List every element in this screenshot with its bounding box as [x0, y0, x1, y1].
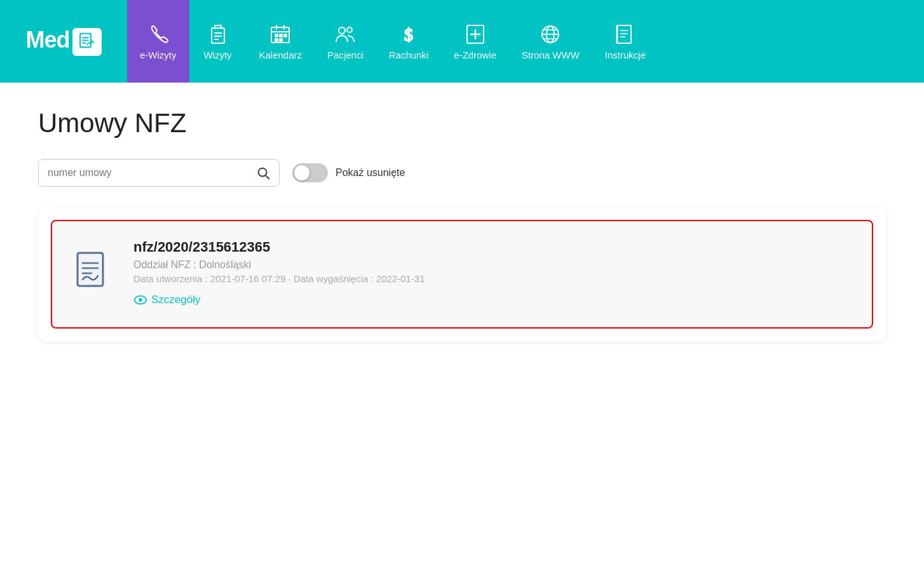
- globe-icon: [539, 23, 562, 46]
- svg-point-21: [347, 27, 352, 32]
- book-icon: [614, 23, 637, 46]
- medical-plus-icon: [464, 23, 487, 46]
- nav-item-instrukcje-label: Instrukcje: [605, 50, 646, 60]
- nav-item-rachunki[interactable]: $ Rachunki: [376, 0, 442, 83]
- svg-text:$: $: [404, 25, 413, 44]
- nav-item-wizyty[interactable]: Wizyty: [189, 0, 247, 83]
- svg-rect-18: [275, 39, 278, 41]
- toggle-row: Pokaż usunięte: [292, 163, 405, 182]
- nav-item-pacjenci[interactable]: Pacjenci: [315, 0, 376, 83]
- nfz-contract-number: nfz/2020/2315612365: [133, 239, 852, 255]
- search-wrapper: [38, 159, 280, 187]
- show-deleted-label: Pokaż usunięte: [336, 167, 405, 179]
- card-container: nfz/2020/2315612365 Oddział NFZ : Dolnoś…: [38, 207, 886, 341]
- nav-item-strona-www[interactable]: Strona WWW: [509, 0, 592, 83]
- nfz-record-info: nfz/2020/2315612365 Oddział NFZ : Dolnoś…: [133, 239, 852, 309]
- svg-rect-17: [284, 34, 287, 37]
- search-icon: [256, 166, 270, 180]
- nav-item-kalendarz[interactable]: Kalendarz: [247, 0, 315, 83]
- users-icon: [334, 23, 357, 46]
- search-input[interactable]: [48, 167, 256, 179]
- svg-line-37: [266, 175, 269, 179]
- nfz-dates: Data utworzenia : 2021-07-16 07:29 · Dat…: [133, 273, 852, 284]
- eye-icon: [133, 293, 147, 307]
- svg-rect-31: [617, 25, 631, 43]
- svg-point-43: [139, 298, 142, 302]
- nav-item-strona-www-label: Strona WWW: [522, 50, 580, 60]
- clipboard-icon: [207, 23, 229, 46]
- svg-point-20: [339, 27, 345, 34]
- nfz-details-link[interactable]: Szczegóły: [133, 293, 200, 307]
- nav-item-wizyty-label: Wizyty: [203, 50, 231, 60]
- logo-med-text: Med: [26, 27, 70, 53]
- main-content: Umowy NFZ Pokaż usunięte: [0, 83, 924, 563]
- nav-item-e-wizyty[interactable]: e-Wizyty: [127, 0, 189, 83]
- nav-item-e-wizyty-label: e-Wizyty: [140, 50, 177, 60]
- nfz-record-icon: [72, 250, 113, 299]
- phone-icon: [147, 23, 170, 46]
- nfz-record[interactable]: nfz/2020/2315612365 Oddział NFZ : Dolnoś…: [51, 220, 873, 329]
- toggle-thumb: [294, 165, 309, 180]
- nav-item-rachunki-label: Rachunki: [389, 50, 429, 60]
- contract-file-icon: [72, 250, 113, 296]
- nav-item-instrukcje[interactable]: Instrukcje: [592, 0, 658, 83]
- nfz-branch: Oddział NFZ : Dolnośląski: [133, 259, 852, 271]
- calendar-icon: [269, 23, 292, 46]
- navbar: Med e-Wizyty: [0, 0, 924, 83]
- logo-file-icon: [72, 28, 102, 56]
- show-deleted-toggle[interactable]: [292, 163, 328, 182]
- page-title: Umowy NFZ: [38, 108, 886, 139]
- nav-item-kalendarz-label: Kalendarz: [259, 50, 302, 60]
- logo: Med: [0, 0, 127, 83]
- nav-item-e-zdrowie-label: e-Zdrowie: [454, 50, 496, 60]
- nav-item-e-zdrowie[interactable]: e-Zdrowie: [441, 0, 509, 83]
- svg-rect-16: [280, 34, 282, 37]
- svg-rect-38: [78, 253, 103, 286]
- search-bar-row: Pokaż usunięte: [38, 159, 886, 187]
- nav-items: e-Wizyty Wizyty: [127, 0, 924, 83]
- svg-rect-19: [280, 39, 282, 41]
- nav-item-pacjenci-label: Pacjenci: [327, 50, 363, 60]
- dollar-icon: $: [397, 23, 420, 46]
- svg-rect-15: [275, 34, 278, 37]
- details-label: Szczegóły: [151, 294, 200, 306]
